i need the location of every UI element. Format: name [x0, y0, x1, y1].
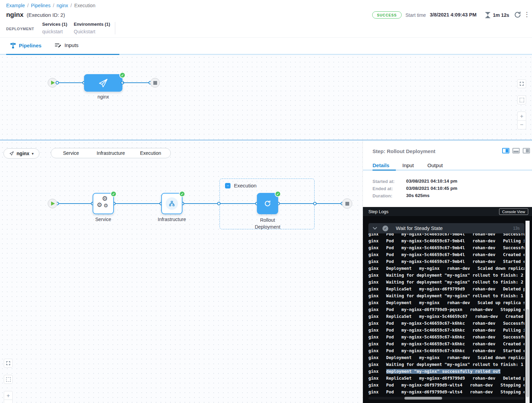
rollout-icon	[264, 200, 271, 207]
fit-to-screen-button[interactable]	[4, 359, 13, 368]
log-section-header[interactable]: ✓ Wait for Steady State 13s	[368, 223, 524, 233]
stage-node-rollout-deployment[interactable]	[257, 193, 278, 214]
breadcrumb: Example/Pipelines/nginx/Execution	[6, 3, 95, 8]
environments-label: Environments (1)	[74, 22, 110, 27]
hourglass-icon	[485, 12, 490, 19]
log-line: ginx Pod my-nginx-5c46659c67-k6hkc rohan…	[368, 327, 524, 334]
log-vertical-scrollbar	[525, 221, 530, 403]
breadcrumb-link-pipelines[interactable]: Pipelines	[31, 3, 50, 8]
log-line: ginx Deployment my-nginx rohan-dev Scale…	[368, 265, 524, 272]
success-check-badge: ✓	[119, 72, 126, 78]
edge	[278, 203, 342, 204]
more-options-icon[interactable]: ⋮	[524, 11, 530, 18]
step-success-icon: ✓	[382, 226, 388, 231]
app-screen: Example/Pipelines/nginx/Execution nginx …	[0, 0, 532, 403]
stop-icon	[345, 202, 349, 206]
step-logs-header: Step Logs Console View	[363, 207, 532, 217]
ended-at-value: 03/08/2021 04:10:45 pm	[406, 186, 457, 191]
panel-tab-active-underline	[373, 170, 396, 171]
stop-icon	[153, 81, 157, 85]
log-line: ginx Waiting for deployment "my-nginx" r…	[368, 361, 524, 368]
layout-minimized-panel-icon[interactable]	[523, 148, 530, 153]
breadcrumb-separator: /	[27, 3, 28, 8]
tab-input[interactable]: Input	[402, 162, 414, 168]
breadcrumb-separator: /	[53, 3, 54, 8]
status-badge: SUCCESS	[372, 11, 402, 19]
play-icon	[51, 202, 55, 206]
ended-at-label: Ended at:	[373, 186, 393, 191]
select-region-button[interactable]	[517, 95, 526, 104]
log-line: ginx deployment "my-nginx" successfully …	[368, 368, 524, 375]
tab-pipelines-label: Pipelines	[19, 43, 42, 48]
refresh-icon[interactable]	[514, 11, 521, 19]
selection-icon	[6, 377, 11, 382]
tab-details[interactable]: Details	[373, 162, 389, 168]
pipeline-node-nginx[interactable]	[84, 74, 122, 92]
console-view-button[interactable]: Console View	[499, 208, 528, 215]
chevron-down-icon	[373, 227, 377, 230]
log-line: ginx Pod my-nginx-5c46659c67-k6hkc rohan…	[368, 341, 524, 347]
scrollbar-thumb[interactable]	[526, 309, 529, 397]
infrastructure-node-label: Infrastructure	[151, 217, 192, 222]
service-node-label: Service	[86, 217, 121, 222]
divider	[115, 22, 115, 34]
success-check-badge: ✓	[179, 191, 185, 197]
services-summary: Services (1) quickstart	[42, 22, 67, 34]
gears-icon: ⚙ ⚙ ⚙	[93, 194, 113, 214]
stage-tab-service[interactable]: Service	[51, 150, 91, 156]
log-horizontal-scrollbar	[368, 397, 524, 400]
stage-start-node	[48, 199, 57, 208]
tab-inputs[interactable]: Inputs	[55, 42, 79, 48]
log-lines: ginx Pod my-nginx-5c46659c67-9mb4l rohan…	[368, 233, 524, 395]
log-line: ginx ReplicaSet my-nginx-d6f9799d9 rohan…	[368, 375, 524, 382]
tab-output[interactable]: Output	[427, 162, 443, 168]
tab-pipelines[interactable]: Pipelines	[10, 42, 42, 48]
log-line: ginx Pod my-nginx-5c46659c67-k6hkc rohan…	[368, 347, 524, 354]
breadcrumb-link-nginx[interactable]: nginx	[57, 3, 68, 8]
layout-bottom-panel-icon[interactable]	[512, 148, 520, 153]
minus-icon: −	[7, 401, 10, 403]
minus-icon: −	[520, 122, 523, 128]
select-region-button[interactable]	[4, 375, 13, 384]
stage-tab-infrastructure[interactable]: Infrastructure	[91, 150, 131, 156]
log-line: ginx Waiting for deployment "my-nginx" r…	[368, 279, 524, 286]
breadcrumb-separator: /	[71, 3, 72, 8]
stage-end-node	[342, 198, 352, 209]
start-time-value: 3/8/2021 4:09:43 PM	[430, 12, 476, 18]
log-section-duration: 13s	[513, 226, 520, 231]
stage-node-service[interactable]: ⚙ ⚙ ⚙	[93, 193, 114, 214]
step-panel-title: Step: Rollout Deployment	[373, 148, 435, 154]
log-section-title: Wait for Steady State	[396, 226, 442, 231]
execution-group-label: Execution	[234, 183, 257, 188]
pipeline-selector[interactable]: nginx ▾	[3, 148, 39, 159]
layout-right-panel-icon[interactable]	[502, 148, 509, 153]
stage-tab-group: Service Infrastructure Execution	[51, 148, 171, 158]
breadcrumb-link-example[interactable]: Example	[6, 3, 25, 8]
pipeline-selector-label: nginx	[16, 151, 29, 156]
zoom-out-button[interactable]: −	[517, 120, 526, 129]
collapse-group-checkbox[interactable]: −	[225, 183, 230, 188]
log-line: ginx Waiting for deployment "my-nginx" r…	[368, 292, 524, 299]
zoom-in-button[interactable]: +	[4, 391, 13, 400]
log-line: ginx Pod my-nginx-5c46659c67-k6hkc rohan…	[368, 320, 524, 327]
log-line: ginx Deployment my-nginx rohan-dev Scale…	[368, 354, 524, 361]
success-check-badge: ✓	[110, 191, 117, 197]
paper-plane-icon	[9, 151, 14, 156]
pipeline-canvas: ✓ nginx + −	[0, 55, 532, 140]
scrollbar-thumb[interactable]	[404, 397, 442, 400]
environments-value: Quickstart	[74, 29, 110, 34]
view-tabbar: Pipelines Inputs Console View	[0, 38, 532, 55]
services-label: Services (1)	[42, 22, 67, 27]
stage-node-infrastructure[interactable]	[161, 193, 182, 214]
page-title: nginx	[6, 11, 24, 19]
breadcrumb-current: Execution	[74, 3, 95, 8]
execution-id: (Execution ID: 2)	[27, 12, 65, 18]
fit-to-screen-button[interactable]	[517, 79, 526, 88]
zoom-in-button[interactable]: +	[517, 112, 526, 120]
inputs-icon	[55, 42, 61, 48]
step-detail-panel: Step: Rollout Deployment Details Input O…	[363, 140, 532, 403]
stage-tab-execution[interactable]: Execution	[131, 150, 170, 156]
plus-icon: +	[520, 113, 523, 119]
zoom-out-button[interactable]: −	[4, 400, 13, 403]
paper-plane-icon	[98, 78, 108, 88]
